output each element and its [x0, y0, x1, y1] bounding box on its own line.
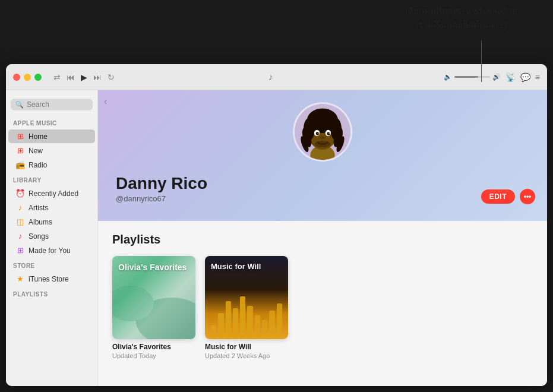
sidebar-item-itunes-store[interactable]: ★ iTunes Store [8, 272, 95, 286]
playlist-decoration-1 [112, 256, 195, 339]
recently-added-icon: ⏰ [15, 189, 25, 198]
toolbar-center: ♪ [263, 69, 291, 86]
sidebar-item-artists-label: Artists [29, 204, 48, 212]
radio-icon: 📻 [15, 160, 25, 169]
playback-controls: ⇄ ⏮ ▶ ⏭ ↻ [53, 72, 115, 82]
sidebar-item-recently-added-label: Recently Added [29, 189, 78, 198]
playlist-card-name-1: Olivia's Favorites [112, 343, 195, 351]
search-icon: 🔍 [15, 101, 24, 109]
sidebar-item-albums[interactable]: ◫ Albums [8, 215, 95, 229]
sidebar-item-recently-added[interactable]: ⏰ Recently Added [8, 186, 95, 200]
sidebar-item-itunes-store-label: iTunes Store [29, 275, 69, 283]
toolbar-right: 🔈 🔊 📡 💬 ≡ [444, 72, 540, 82]
itunes-store-icon: ★ [15, 274, 25, 283]
minimize-button[interactable] [24, 74, 31, 81]
music-note-icon: ♪ [263, 69, 279, 86]
sidebar-item-songs[interactable]: ♪ Songs [8, 229, 95, 243]
playlist-card-name-2: Music for Will [205, 343, 288, 351]
volume-slider[interactable] [454, 76, 490, 78]
sidebar-item-home-label: Home [29, 132, 48, 141]
annotation-line [481, 40, 482, 82]
app-window: ⇄ ⏮ ▶ ⏭ ↻ ♪ 🔈 🔊 📡 💬 ≡ [6, 64, 547, 386]
maximize-button[interactable] [34, 74, 42, 81]
svg-point-14 [318, 132, 319, 134]
volume-low-icon: 🔈 [444, 73, 452, 81]
shuffle-icon[interactable]: ⇄ [53, 72, 61, 82]
profile-handle: @dannyrico67 [116, 194, 529, 203]
profile-actions: EDIT ••• [481, 189, 535, 204]
playlists-section-label: Playlists [6, 286, 97, 300]
sidebar-item-radio[interactable]: 📻 Radio [8, 158, 95, 172]
previous-icon[interactable]: ⏮ [67, 72, 75, 82]
sidebar-item-made-for-you[interactable]: ⊞ Made for You [8, 244, 95, 257]
sidebar: 🔍 Apple Music ⊞ Home ⊞ New 📻 Radio Libra… [6, 90, 98, 386]
profile-name: Danny Rico [116, 174, 529, 193]
avatar-container [293, 102, 352, 162]
more-button[interactable]: ••• [520, 189, 535, 204]
playlists-section: Playlists Olivia's Favorites Olivia' [98, 221, 547, 371]
main-panel: ‹ [98, 90, 547, 386]
search-box[interactable]: 🔍 [11, 99, 93, 110]
songs-icon: ♪ [15, 232, 25, 241]
playlist-card-olivias-favorites[interactable]: Olivia's Favorites Olivia's Favorites Up… [112, 256, 195, 359]
new-icon: ⊞ [15, 146, 25, 155]
playlists-grid: Olivia's Favorites Olivia's Favorites Up… [112, 256, 533, 359]
annotation-text: เลือกคนที่คุณจะแชร์เพลงด้วย (รวมถึงเพลย์… [405, 5, 517, 31]
playlist-thumb-text-2: Music for Will [211, 262, 261, 271]
playlist-thumb-2: Music for Will [205, 256, 288, 339]
library-section-label: Library [6, 172, 97, 186]
sidebar-item-artists[interactable]: ♪ Artists [8, 201, 95, 214]
volume-control[interactable]: 🔈 🔊 [444, 73, 501, 81]
svg-point-13 [327, 132, 331, 135]
back-button[interactable]: ‹ [104, 96, 107, 107]
titlebar: ⇄ ⏮ ▶ ⏭ ↻ ♪ 🔈 🔊 📡 💬 ≡ [6, 64, 547, 90]
queue-icon[interactable]: ≡ [535, 72, 540, 82]
bars-visualization [205, 292, 288, 339]
svg-point-17 [315, 141, 330, 147]
svg-point-12 [316, 132, 320, 135]
sidebar-item-new[interactable]: ⊞ New [8, 144, 95, 157]
sidebar-item-songs-label: Songs [29, 232, 49, 241]
repeat-icon[interactable]: ↻ [108, 72, 115, 82]
play-icon[interactable]: ▶ [81, 72, 87, 82]
sidebar-item-new-label: New [29, 147, 43, 155]
edit-button[interactable]: EDIT [481, 189, 515, 204]
apple-music-section-label: Apple Music [6, 115, 97, 129]
sidebar-item-radio-label: Radio [29, 161, 47, 169]
playlist-card-updated-1: Updated Today [112, 352, 195, 359]
avatar [293, 102, 352, 162]
svg-point-16 [320, 136, 325, 140]
airplay-icon[interactable]: 📡 [505, 72, 516, 82]
search-container: 🔍 [6, 95, 97, 115]
playlist-card-music-for-will[interactable]: Music for Will [205, 256, 288, 359]
playlist-thumb-1: Olivia's Favorites [112, 256, 195, 339]
search-input[interactable] [27, 100, 88, 109]
playlists-title: Playlists [112, 233, 533, 246]
sidebar-item-home[interactable]: ⊞ Home [8, 129, 95, 143]
made-for-you-icon: ⊞ [15, 246, 25, 255]
svg-point-15 [328, 132, 330, 134]
playlist-card-updated-2: Updated 2 Weeks Ago [205, 352, 288, 359]
store-section-label: Store [6, 258, 97, 271]
memoji-svg [295, 102, 350, 162]
profile-header: Danny Rico @dannyrico67 EDIT ••• [98, 90, 547, 221]
home-icon: ⊞ [15, 132, 25, 141]
traffic-lights [13, 74, 42, 81]
sidebar-item-albums-label: Albums [29, 218, 52, 226]
sidebar-item-made-for-you-label: Made for You [29, 246, 71, 255]
content-area: 🔍 Apple Music ⊞ Home ⊞ New 📻 Radio Libra… [6, 90, 547, 386]
volume-high-icon: 🔊 [492, 73, 501, 81]
profile-info: Danny Rico @dannyrico67 [116, 174, 529, 203]
next-icon[interactable]: ⏭ [93, 72, 102, 82]
artists-icon: ♪ [15, 203, 25, 212]
albums-icon: ◫ [15, 217, 25, 226]
close-button[interactable] [13, 74, 20, 81]
lyrics-icon[interactable]: 💬 [520, 72, 530, 82]
